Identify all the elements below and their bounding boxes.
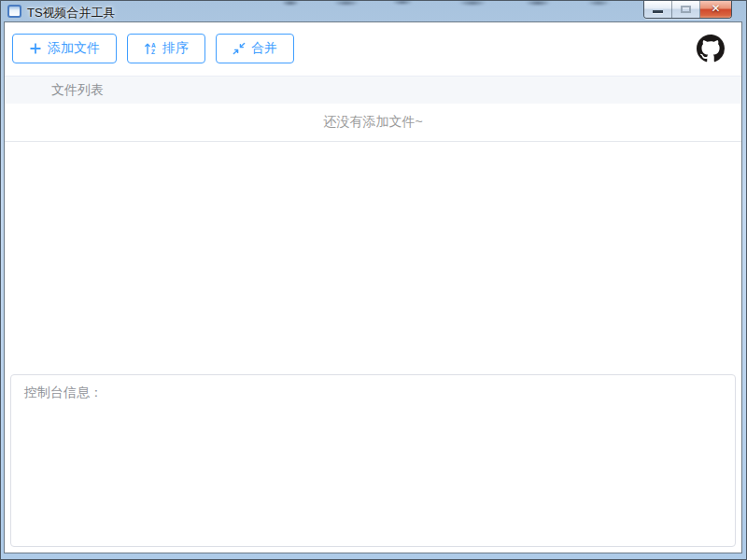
merge-label: 合并 — [251, 40, 277, 57]
client-area: 添加文件 A Z 排序 合并 — [4, 21, 742, 553]
file-list-header-label: 文件列表 — [51, 82, 104, 99]
add-files-button[interactable]: 添加文件 — [12, 34, 117, 63]
window-title: TS视频合并工具 — [27, 5, 116, 21]
add-files-label: 添加文件 — [48, 40, 100, 57]
caption-buttons: ✕ — [643, 1, 732, 19]
sort-alpha-icon: A Z — [144, 42, 157, 55]
toolbar: 添加文件 A Z 排序 合并 — [5, 22, 741, 76]
file-list-header-row: 文件列表 — [5, 76, 741, 104]
minimize-icon — [653, 10, 663, 13]
app-window: TS视频合并工具 ✕ 添加文件 — [0, 0, 747, 560]
plus-icon — [29, 42, 42, 55]
maximize-icon — [681, 6, 691, 13]
empty-state-text: 还没有添加文件~ — [323, 114, 422, 131]
minimize-button[interactable] — [644, 1, 672, 18]
console-label: 控制台信息： — [24, 385, 103, 399]
app-icon — [7, 5, 21, 18]
close-button[interactable]: ✕ — [700, 1, 731, 18]
sort-label: 排序 — [162, 40, 189, 57]
maximize-button[interactable] — [672, 1, 700, 18]
sort-button[interactable]: A Z 排序 — [127, 34, 205, 63]
svg-text:A: A — [151, 42, 156, 49]
file-list-empty-state: 还没有添加文件~ — [5, 104, 741, 142]
titlebar[interactable]: TS视频合并工具 ✕ — [1, 1, 746, 21]
svg-text:Z: Z — [151, 49, 155, 55]
close-icon: ✕ — [700, 2, 731, 15]
github-icon[interactable] — [697, 35, 725, 63]
merge-button[interactable]: 合并 — [216, 34, 294, 63]
compress-arrows-icon — [233, 42, 246, 55]
console-panel: 控制台信息： — [10, 374, 736, 547]
